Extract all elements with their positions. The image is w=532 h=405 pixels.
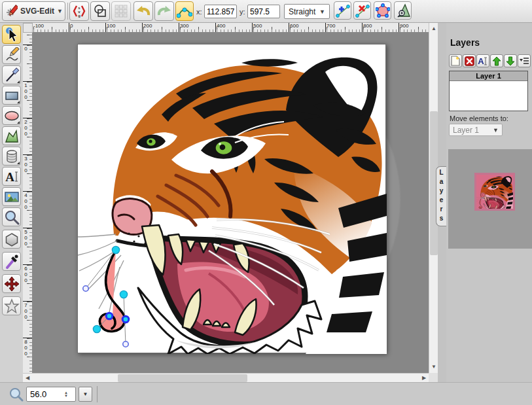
scroll-left-icon[interactable]: ◀	[23, 374, 32, 383]
workspace[interactable]	[33, 33, 429, 373]
tool-pencil[interactable]	[2, 45, 21, 64]
layer-menu-icon	[519, 57, 529, 65]
redo-button[interactable]	[154, 1, 174, 21]
ruler-label: 800	[23, 338, 33, 357]
logo-label: SVG-Edit	[20, 7, 54, 16]
ruler-label: 300	[23, 154, 33, 173]
arrow-up-icon	[492, 56, 501, 66]
zoom-level-field: ▲ ▼	[26, 387, 76, 402]
zoom-magnifier-icon	[9, 387, 24, 402]
control-handle	[123, 342, 128, 347]
move-target-select[interactable]: Layer 1 ▼	[449, 124, 503, 136]
move-elements-label: Move elements to:	[450, 114, 508, 122]
delete-layer-button[interactable]	[463, 54, 476, 67]
ruler-label: 100	[23, 81, 33, 100]
main-menu-button[interactable]: SVG-Edit ▼	[2, 1, 65, 21]
y-coord-input[interactable]	[247, 5, 280, 18]
toolbar-separator	[67, 3, 68, 20]
cone-magnifier-icon	[396, 3, 410, 18]
tool-zoom[interactable]	[2, 207, 21, 226]
source-code-button[interactable]: s v g	[69, 1, 89, 21]
move-layer-down-button[interactable]	[504, 54, 517, 67]
close-path-button[interactable]	[374, 1, 391, 20]
scroll-right-icon[interactable]: ▶	[419, 374, 429, 383]
select-arrow-icon	[4, 27, 20, 43]
layer-thumbnail[interactable]	[474, 173, 515, 211]
path-node-selected	[122, 316, 129, 323]
tool-eyedropper[interactable]	[2, 252, 21, 271]
tool-select[interactable]	[2, 25, 21, 44]
ruler-label: 400	[23, 191, 33, 210]
horizontal-scroll-thumb[interactable]	[118, 374, 247, 382]
tool-rectangle[interactable]	[2, 86, 21, 105]
tools-sidebar: A	[0, 23, 23, 382]
add-node-button[interactable]	[334, 1, 351, 20]
zoom-spinner[interactable]: ▲ ▼	[61, 391, 71, 398]
delete-node-icon	[355, 3, 370, 18]
tiger-artwork	[78, 44, 387, 354]
zoom-level-input[interactable]	[27, 389, 61, 399]
path-shape-icon	[4, 128, 20, 144]
ruler-label: 600	[289, 23, 298, 33]
tool-polygon[interactable]	[2, 230, 21, 249]
flyout-arrow-icon	[17, 121, 20, 124]
spin-down-icon[interactable]: ▼	[64, 395, 68, 398]
move-layer-up-button[interactable]	[490, 54, 503, 67]
pencil-icon	[4, 47, 20, 63]
tool-text[interactable]: A	[2, 167, 21, 186]
layers-tab-label: Layers	[438, 169, 445, 224]
tool-line[interactable]	[2, 65, 21, 84]
image-icon	[4, 189, 20, 205]
zoom-presets-caret-icon: ▼	[83, 391, 88, 397]
ruler-label: 0	[69, 23, 73, 33]
path-node-tool-button[interactable]	[175, 1, 194, 21]
layer-row-selected[interactable]: Layer 1	[450, 71, 527, 81]
horizontal-scrollbar[interactable]: ◀ ▶	[23, 373, 429, 382]
bottom-bar-separator	[97, 386, 98, 402]
tool-star[interactable]	[2, 296, 21, 315]
x-coord-label: x:	[196, 8, 202, 16]
path-node-icon	[177, 3, 192, 19]
edited-path-shape	[100, 250, 126, 331]
convert-shape-button[interactable]	[394, 1, 412, 20]
flyout-arrow-icon	[17, 162, 20, 164]
tool-ellipse[interactable]	[2, 106, 21, 125]
scroll-down-icon[interactable]: ▼	[429, 362, 438, 372]
ruler-horizontal: -1000100200300400500600700800900100	[33, 23, 432, 33]
zoom-presets-button[interactable]: ▼	[79, 387, 92, 402]
grid-button[interactable]	[111, 1, 131, 21]
delete-node-button[interactable]	[353, 1, 371, 20]
rename-layer-button[interactable]: A	[476, 54, 489, 67]
tool-path[interactable]	[2, 126, 21, 145]
layer-menu-button[interactable]	[518, 54, 531, 67]
x-coord-input[interactable]	[204, 5, 237, 18]
segment-type-select[interactable]: Straight ▼	[284, 4, 330, 19]
ruler-label: 300	[179, 23, 188, 33]
scroll-up-icon[interactable]: ▲	[429, 24, 438, 33]
tool-pan[interactable]	[2, 274, 21, 293]
svg-text:A: A	[478, 56, 484, 66]
wireframe-button[interactable]	[90, 1, 110, 21]
ruler-label: 0	[23, 44, 33, 52]
layer-list[interactable]: Layer 1	[449, 71, 528, 111]
layers-panel-toggle[interactable]: Layers	[436, 166, 446, 226]
top-toolbar: SVG-Edit ▼ s v g	[0, 0, 532, 23]
control-handle	[83, 286, 88, 291]
hexagon-icon	[4, 232, 20, 247]
svg-text:A: A	[5, 170, 14, 184]
drawing-canvas[interactable]	[77, 44, 386, 353]
new-layer-icon	[451, 56, 460, 66]
ruler-label: 700	[23, 301, 33, 320]
tool-image[interactable]	[2, 187, 21, 206]
eyedropper-icon	[4, 254, 20, 270]
ruler-vertical: 0100200300400500600700800900	[23, 33, 33, 373]
new-layer-button[interactable]	[449, 54, 462, 67]
arrow-down-icon	[506, 56, 515, 66]
grid-icon	[115, 5, 128, 18]
ruler-corner	[23, 23, 33, 33]
layers-panel-title: Layers	[450, 37, 480, 48]
ruler-label: 500	[252, 23, 262, 33]
move-target-value: Layer 1	[453, 126, 479, 135]
tool-shape-library[interactable]	[2, 147, 21, 166]
undo-button[interactable]	[133, 1, 153, 21]
